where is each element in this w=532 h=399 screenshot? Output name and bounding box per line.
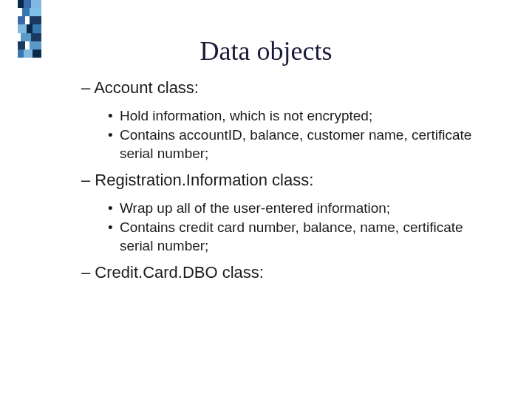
section-heading: – Registration.Information class: xyxy=(81,171,488,190)
stripe-cell xyxy=(30,8,41,16)
slide-title: Data objects xyxy=(0,35,532,66)
stripe-row xyxy=(18,24,41,33)
stripe-cell xyxy=(18,16,25,24)
stripe-row xyxy=(18,0,41,8)
stripe-cell xyxy=(22,8,30,16)
stripe-cell xyxy=(31,0,41,8)
section-heading: – Account class: xyxy=(81,78,488,98)
stripe-cell xyxy=(27,24,33,33)
bullet-item: Contains credit card number, balance, na… xyxy=(108,218,488,256)
stripe-row xyxy=(18,16,41,24)
stripe-cell xyxy=(33,24,41,33)
section-heading: – Credit.Card.DBO class: xyxy=(81,263,488,282)
bullet-list: Wrap up all of the user-entered informat… xyxy=(108,199,488,256)
bullet-item: Contains accountID, balance, customer na… xyxy=(108,126,488,163)
stripe-cell xyxy=(18,0,24,8)
stripe-cell xyxy=(30,16,41,24)
stripe-cell xyxy=(24,0,31,8)
stripe-cell xyxy=(18,24,27,33)
bullet-list: Hold information, which is not encrypted… xyxy=(108,106,488,163)
slide-content: – Account class:Hold information, which … xyxy=(81,74,488,291)
bullet-item: Wrap up all of the user-entered informat… xyxy=(108,199,488,218)
stripe-row xyxy=(18,8,41,16)
bullet-item: Hold information, which is not encrypted… xyxy=(108,106,488,126)
